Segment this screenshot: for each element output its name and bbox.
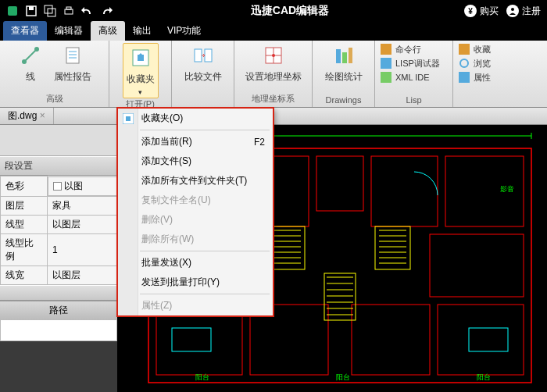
menu-batch-send[interactable]: 批量发送(X) [118, 253, 273, 273]
svg-rect-48 [438, 305, 524, 375]
register-button[interactable]: 注册 [506, 5, 541, 18]
ribbon-browse[interactable]: 浏览 [458, 57, 495, 69]
menu-delete-all: 删除所有(W) [118, 230, 273, 249]
menu-add-all[interactable]: 添加所有文件到文件夹(T) [118, 171, 273, 191]
ribbon-line1[interactable]: 线 [18, 43, 43, 84]
svg-rect-40 [316, 156, 363, 211]
document-tab[interactable]: 图.dwg × [0, 108, 54, 124]
favorites-context-menu: 收藏夹(O) 添加当前(R)F2 添加文件(S) 添加所有文件到文件夹(T) 复… [117, 108, 274, 316]
ribbon-stats[interactable]: 绘图统计 [325, 43, 363, 84]
saveall-icon[interactable] [41, 2, 59, 20]
svg-text:阳台: 阳台 [336, 373, 350, 381]
svg-rect-28 [459, 44, 470, 55]
svg-rect-47 [352, 305, 430, 375]
ribbon-group-label-5: Drawings [317, 95, 370, 106]
svg-rect-27 [381, 72, 391, 83]
save-icon[interactable] [22, 2, 41, 20]
ribbon-group-label-6: Lisp [380, 95, 448, 106]
panel-footer: 路径 [0, 301, 117, 319]
ribbon-report[interactable]: 属性报告 [54, 43, 91, 84]
svg-rect-5 [65, 9, 73, 14]
menu-properties: 属性(Z) [118, 296, 273, 315]
svg-rect-23 [342, 52, 347, 63]
path-input[interactable] [0, 319, 117, 341]
tab-advanced[interactable]: 高级 [91, 21, 125, 41]
ribbon-group-label-1: 高级 [5, 93, 104, 106]
app-title: 迅捷CAD编辑器 [116, 4, 464, 18]
menu-copy-fullname: 复制文件全名(U) [118, 191, 273, 210]
svg-text:阳台: 阳台 [195, 373, 209, 381]
prop-row: 色彩以图 [1, 176, 117, 197]
tab-output[interactable]: 输出 [125, 21, 159, 41]
ribbon-lisp[interactable]: LISP调试器 [380, 57, 448, 69]
svg-rect-17 [205, 49, 212, 62]
menu-favorites[interactable]: 收藏夹(O) [118, 109, 273, 128]
svg-rect-2 [29, 6, 34, 10]
svg-rect-0 [8, 6, 17, 16]
prop-row: 图层家具 [1, 196, 117, 215]
favorites-icon [122, 112, 134, 125]
checkbox-icon[interactable] [53, 182, 62, 191]
svg-rect-30 [459, 72, 470, 83]
yen-icon: ¥ [464, 5, 477, 17]
svg-rect-74 [469, 328, 508, 351]
svg-point-29 [460, 59, 468, 67]
prop-row: 线型以图层 [1, 215, 117, 233]
ribbon-props[interactable]: 属性 [458, 71, 495, 84]
svg-rect-4 [48, 9, 55, 16]
svg-point-21 [272, 54, 275, 57]
menu-send-batch-print[interactable]: 发送到批量打印(Y) [118, 273, 273, 292]
ribbon-xml[interactable]: XML IDE [380, 71, 448, 84]
svg-rect-44 [430, 234, 524, 297]
tab-vip[interactable]: VIP功能 [159, 21, 209, 41]
user-icon [506, 5, 519, 17]
svg-rect-26 [381, 58, 391, 69]
prop-row: 线型比例1 [1, 233, 117, 265]
ribbon-group-label-4: 地理坐标系 [239, 93, 307, 106]
svg-text:阳台: 阳台 [477, 373, 491, 381]
menu-add-file[interactable]: 添加文件(S) [118, 151, 273, 171]
svg-rect-65 [324, 273, 356, 320]
tab-editor[interactable]: 编辑器 [47, 21, 91, 41]
svg-point-7 [511, 8, 514, 11]
menu-delete: 删除(V) [118, 210, 273, 230]
svg-rect-11 [66, 48, 79, 63]
svg-rect-6 [66, 7, 71, 9]
svg-rect-25 [381, 44, 391, 55]
svg-rect-16 [195, 49, 202, 62]
redo-icon[interactable] [97, 2, 116, 20]
ribbon-compare[interactable]: 比较文件 [184, 43, 222, 84]
svg-rect-82 [126, 116, 130, 121]
buy-button[interactable]: ¥ 购买 [464, 5, 499, 18]
svg-text:影音: 影音 [500, 185, 514, 193]
panel-header: 段设置 [0, 156, 117, 176]
close-tab-icon[interactable]: × [40, 110, 45, 121]
svg-rect-3 [45, 5, 52, 13]
prop-row: 线宽以图层 [1, 265, 117, 284]
ribbon-cmdline[interactable]: 命令行 [380, 43, 448, 55]
left-panel: 段设置 色彩以图 图层家具 线型以图层 线型比例1 线宽以图层 路径 [0, 125, 117, 341]
svg-rect-24 [349, 48, 352, 63]
undo-icon[interactable] [78, 2, 97, 20]
svg-rect-22 [336, 49, 341, 63]
ribbon-geo[interactable]: 设置地理坐标 [245, 43, 302, 84]
ribbon-fav2[interactable]: 收藏 [458, 43, 495, 55]
ribbon-favorites[interactable]: 收藏夹 ▾ [123, 43, 159, 98]
svg-rect-73 [172, 328, 211, 351]
app-icon[interactable] [3, 2, 22, 20]
svg-line-10 [24, 49, 37, 62]
tab-viewer[interactable]: 查看器 [3, 21, 47, 41]
menu-add-current[interactable]: 添加当前(R)F2 [118, 132, 273, 151]
svg-rect-41 [371, 156, 438, 226]
print-icon[interactable] [59, 2, 78, 20]
